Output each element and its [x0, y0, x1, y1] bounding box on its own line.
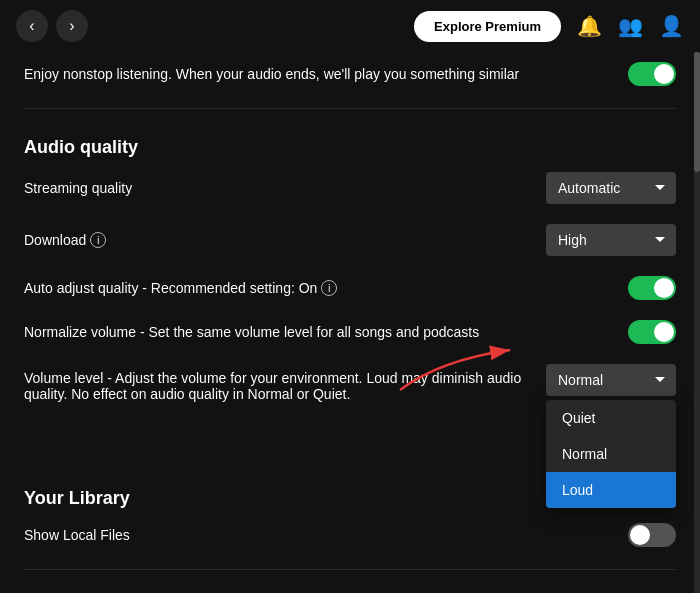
show-local-files-row: Show Local Files: [24, 513, 676, 557]
auto-adjust-info-icon[interactable]: i: [321, 280, 337, 296]
nav-buttons: ‹ ›: [16, 10, 88, 42]
volume-level-dropdown-container: Quiet Normal Loud Quiet Normal Loud: [546, 364, 676, 396]
streaming-quality-select[interactable]: Low Normal High Very High Automatic: [546, 172, 676, 204]
normalize-volume-label: Normalize volume - Set the same volume l…: [24, 324, 628, 340]
auto-adjust-label: Auto adjust quality - Recommended settin…: [24, 280, 628, 296]
top-bar: ‹ › Explore Premium 🔔 👥 👤: [0, 0, 700, 52]
auto-adjust-row: Auto adjust quality - Recommended settin…: [24, 266, 676, 310]
autoplay-row: Enjoy nonstop listening. When your audio…: [24, 52, 676, 96]
autoplay-toggle[interactable]: [628, 62, 676, 86]
display-heading: Display: [24, 582, 676, 593]
nav-forward-button[interactable]: ›: [56, 10, 88, 42]
auto-adjust-toggle[interactable]: [628, 276, 676, 300]
download-quality-label: Download i: [24, 232, 546, 248]
volume-popup: Quiet Normal Loud: [546, 400, 676, 508]
volume-option-loud[interactable]: Loud: [546, 472, 676, 508]
friends-icon[interactable]: 👥: [618, 14, 643, 38]
user-icon[interactable]: 👤: [659, 14, 684, 38]
top-right-controls: Explore Premium 🔔 👥 👤: [414, 11, 684, 42]
volume-option-quiet[interactable]: Quiet: [546, 400, 676, 436]
audio-quality-heading: Audio quality: [24, 121, 676, 162]
normalize-volume-row: Normalize volume - Set the same volume l…: [24, 310, 676, 354]
scrollbar-thumb[interactable]: [694, 52, 700, 172]
download-info-icon[interactable]: i: [90, 232, 106, 248]
volume-level-select[interactable]: Quiet Normal Loud: [546, 364, 676, 396]
volume-level-row: Volume level - Adjust the volume for you…: [24, 354, 676, 412]
show-local-files-label: Show Local Files: [24, 527, 628, 543]
streaming-quality-row: Streaming quality Low Normal High Very H…: [24, 162, 676, 214]
normalize-volume-toggle[interactable]: [628, 320, 676, 344]
explore-premium-button[interactable]: Explore Premium: [414, 11, 561, 42]
settings-content: Enjoy nonstop listening. When your audio…: [0, 52, 700, 593]
streaming-quality-label: Streaming quality: [24, 180, 546, 196]
volume-option-normal[interactable]: Normal: [546, 436, 676, 472]
scrollbar-track: [694, 52, 700, 593]
download-quality-select[interactable]: Low Normal High Very High: [546, 224, 676, 256]
show-local-files-toggle[interactable]: [628, 523, 676, 547]
nav-back-button[interactable]: ‹: [16, 10, 48, 42]
autoplay-label: Enjoy nonstop listening. When your audio…: [24, 66, 628, 82]
bell-icon[interactable]: 🔔: [577, 14, 602, 38]
volume-level-label: Volume level - Adjust the volume for you…: [24, 364, 546, 402]
download-quality-row: Download i Low Normal High Very High: [24, 214, 676, 266]
